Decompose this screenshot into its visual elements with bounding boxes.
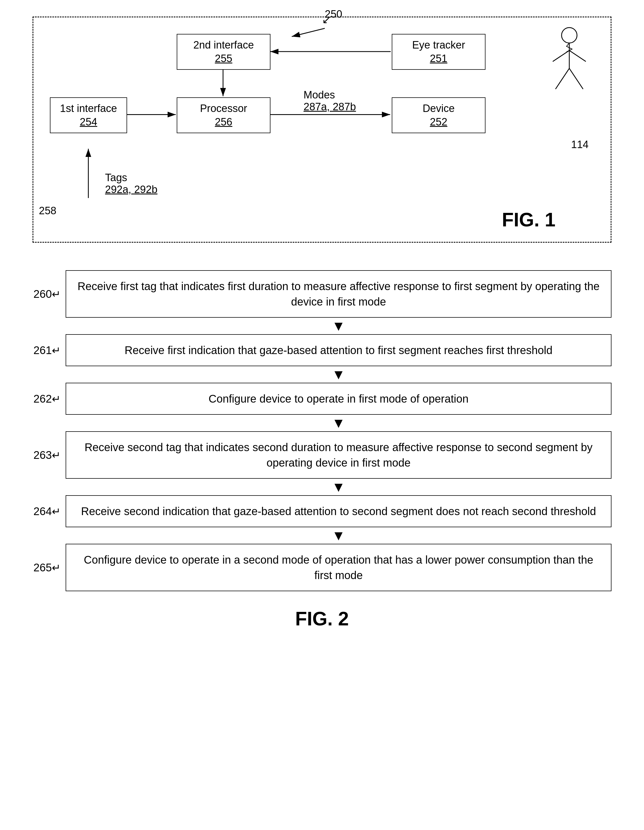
fig2-title: FIG. 2 xyxy=(33,608,611,630)
flow-down-arrow-3: ▼ xyxy=(299,479,345,495)
flow-down-arrow-1: ▼ xyxy=(299,366,345,383)
flow-ref-261: 261↵ xyxy=(33,344,66,356)
tags-label: Tags 292a, 292b xyxy=(105,172,157,195)
flow-box-261: Receive first indication that gaze-based… xyxy=(66,334,611,366)
down-arrow-icon-3: ▼ xyxy=(332,480,345,494)
flow-box-263: Receive second tag that indicates second… xyxy=(66,431,611,479)
down-arrow-icon-0: ▼ xyxy=(332,319,345,333)
flow-row-5: 265↵Configure device to operate in a sec… xyxy=(33,544,611,591)
ref-114: 114 xyxy=(571,139,589,150)
box-eye-tracker: Eye tracker 251 xyxy=(392,34,486,70)
flow-ref-263: 263↵ xyxy=(33,449,66,461)
flow-row-0: 260↵Receive first tag that indicates fir… xyxy=(33,270,611,318)
flow-row-4: 264↵Receive second indication that gaze-… xyxy=(33,495,611,527)
fig1-diagram: 2nd interface 255 Eye tracker 251 1st in… xyxy=(33,17,611,243)
flow-row-1: 261↵Receive first indication that gaze-b… xyxy=(33,334,611,366)
flow-box-265: Configure device to operate in a second … xyxy=(66,544,611,591)
fig1-container: 2nd interface 255 Eye tracker 251 1st in… xyxy=(33,17,611,248)
flow-row-3: 263↵Receive second tag that indicates se… xyxy=(33,431,611,479)
box-device: Device 252 xyxy=(392,97,486,133)
modes-label: Modes 287a, 287b xyxy=(304,89,356,113)
box-1st-interface: 1st interface 254 xyxy=(50,97,127,133)
box-2nd-interface: 2nd interface 255 xyxy=(177,34,271,70)
flow-down-arrow-0: ▼ xyxy=(299,318,345,334)
box-processor: Processor 256 xyxy=(177,97,271,133)
flow-ref-265: 265↵ xyxy=(33,561,66,574)
svg-line-11 xyxy=(555,68,569,89)
down-arrow-icon-1: ▼ xyxy=(332,367,345,381)
down-arrow-icon-2: ▼ xyxy=(332,416,345,430)
flow-row-2: 262↵Configure device to operate in first… xyxy=(33,383,611,415)
fig1-title: FIG. 1 xyxy=(502,209,555,231)
flow-box-260: Receive first tag that indicates first d… xyxy=(66,270,611,318)
stick-figure-svg xyxy=(544,25,594,97)
flowchart: 260↵Receive first tag that indicates fir… xyxy=(33,270,611,591)
svg-line-10 xyxy=(569,51,586,62)
flow-ref-262: 262↵ xyxy=(33,393,66,405)
flow-box-264: Receive second indication that gaze-base… xyxy=(66,495,611,527)
flow-down-arrow-4: ▼ xyxy=(299,527,345,544)
ref-258: 258 xyxy=(39,205,56,217)
svg-point-7 xyxy=(562,28,577,43)
down-arrow-icon-4: ▼ xyxy=(332,529,345,542)
fig2-container: 260↵Receive first tag that indicates fir… xyxy=(33,270,611,630)
flow-ref-264: 264↵ xyxy=(33,505,66,518)
svg-line-6 xyxy=(292,29,325,37)
flow-box-262: Configure device to operate in first mod… xyxy=(66,383,611,415)
svg-line-12 xyxy=(569,68,583,89)
flow-down-arrow-2: ▼ xyxy=(299,415,345,431)
svg-line-9 xyxy=(553,51,569,62)
arrow-250-indicator: ↙ xyxy=(322,14,331,26)
flow-ref-260: 260↵ xyxy=(33,288,66,300)
stick-figure xyxy=(544,25,594,98)
